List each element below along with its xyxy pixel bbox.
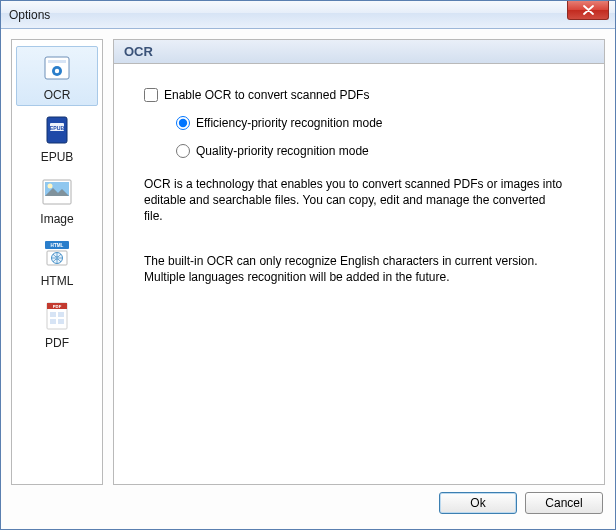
image-icon — [41, 176, 73, 208]
html-icon: HTML — [41, 238, 73, 270]
svg-rect-18 — [50, 312, 56, 317]
sidebar-item-image[interactable]: Image — [16, 170, 98, 230]
cancel-button[interactable]: Cancel — [525, 492, 603, 514]
svg-rect-20 — [50, 319, 56, 324]
dialog-body: OCR EPUB EPUB — [1, 29, 615, 529]
enable-ocr-label: Enable OCR to convert scanned PDFs — [164, 88, 369, 102]
quality-mode-radio[interactable] — [176, 144, 190, 158]
enable-ocr-row: Enable OCR to convert scanned PDFs — [144, 88, 578, 102]
options-dialog: Options OCR — [0, 0, 616, 530]
main-panel-body: Enable OCR to convert scanned PDFs Effic… — [114, 64, 604, 484]
quality-mode-label: Quality-priority recognition mode — [196, 144, 369, 158]
close-icon — [583, 5, 594, 15]
svg-rect-1 — [48, 60, 66, 63]
cancel-button-label: Cancel — [545, 496, 582, 510]
sidebar-item-pdf[interactable]: PDF PDF — [16, 294, 98, 354]
enable-ocr-checkbox[interactable] — [144, 88, 158, 102]
recognition-mode-group: Efficiency-priority recognition mode Qua… — [176, 116, 578, 158]
main-panel-header: OCR — [114, 40, 604, 64]
sidebar-item-label: OCR — [44, 88, 71, 102]
epub-icon: EPUB — [41, 114, 73, 146]
sidebar-item-ocr[interactable]: OCR — [16, 46, 98, 106]
sidebar-item-epub[interactable]: EPUB EPUB — [16, 108, 98, 168]
sidebar-item-label: EPUB — [41, 150, 74, 164]
sidebar: OCR EPUB EPUB — [11, 39, 103, 485]
svg-rect-21 — [58, 319, 64, 324]
sidebar-item-html[interactable]: HTML HTML — [16, 232, 98, 292]
svg-text:EPUB: EPUB — [50, 125, 65, 131]
ocr-description: OCR is a technology that enables you to … — [144, 176, 564, 225]
ok-button-label: Ok — [470, 496, 485, 510]
panes: OCR EPUB EPUB — [11, 39, 605, 485]
svg-point-10 — [48, 184, 53, 189]
svg-text:HTML: HTML — [51, 243, 64, 248]
main-panel: OCR Enable OCR to convert scanned PDFs E… — [113, 39, 605, 485]
ok-button[interactable]: Ok — [439, 492, 517, 514]
sidebar-item-label: PDF — [45, 336, 69, 350]
svg-rect-19 — [58, 312, 64, 317]
svg-text:PDF: PDF — [53, 304, 62, 309]
pdf-icon: PDF — [41, 300, 73, 332]
window-title: Options — [9, 8, 50, 22]
close-button[interactable] — [567, 1, 609, 20]
panel-heading: OCR — [124, 44, 153, 59]
ocr-limitation-note: The built-in OCR can only recognize Engl… — [144, 253, 564, 285]
ocr-icon — [41, 52, 73, 84]
dialog-footer: Ok Cancel — [11, 485, 605, 521]
efficiency-mode-radio[interactable] — [176, 116, 190, 130]
sidebar-item-label: HTML — [41, 274, 74, 288]
titlebar: Options — [1, 1, 615, 29]
sidebar-item-label: Image — [40, 212, 73, 226]
svg-point-3 — [55, 69, 59, 73]
efficiency-mode-label: Efficiency-priority recognition mode — [196, 116, 383, 130]
